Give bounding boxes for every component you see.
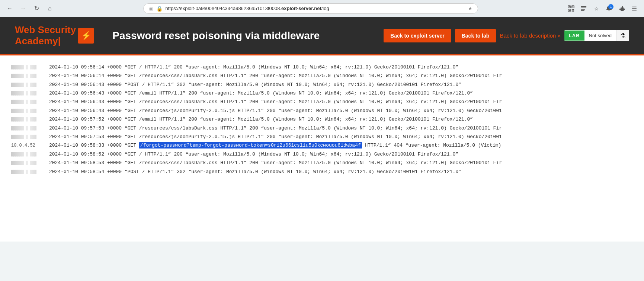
log-ip: ██████ █ ███ <box>11 116 45 124</box>
extensions-button[interactable] <box>616 3 627 14</box>
log-text: 2024-01-10 09:58:53 +0000 “GET /resource… <box>49 159 633 167</box>
log-ip: 10.0.4.52 <box>11 142 45 150</box>
log-text: 2024-01-10 09:56:43 +0000 “GET /email HT… <box>49 89 633 98</box>
log-line: ██████ █ ███2024-01-10 09:57:52 +0000 “G… <box>11 115 633 124</box>
log-line: ██████ █ ███2024-01-10 09:56:43 +0000 “G… <box>11 89 633 98</box>
log-text: 2024-01-10 09:57:52 +0000 “GET /email HT… <box>49 115 633 124</box>
log-line: ██████ █ ███2024-01-10 09:56:43 +0000 “G… <box>11 98 633 106</box>
address-bar[interactable]: ◉ 🔒 https://exploit-0a9e00e404c334a98623… <box>143 3 478 14</box>
log-ip: ██████ █ ███ <box>11 99 45 106</box>
home-button[interactable]: ⌂ <box>45 3 55 14</box>
header-actions: Back to exploit server Back to lab Back … <box>384 29 629 42</box>
log-ip: ██████ █ ███ <box>11 125 45 132</box>
svg-rect-8 <box>572 10 573 12</box>
lab-badge: LAB <box>564 31 584 41</box>
log-text: 2024-01-10 09:56:43 +0000 “POST / HTTP/1… <box>49 80 633 89</box>
log-text: 2024-01-10 09:58:54 +0000 “POST / HTTP/1… <box>49 167 633 176</box>
logo-icon: ⚡ <box>78 28 94 44</box>
log-text: 2024-01-10 09:56:14 +0000 “GET / HTTP/1.… <box>49 63 633 71</box>
notification-badge: 1 <box>608 4 613 9</box>
log-ip: ██████ █ ███ <box>11 160 45 167</box>
log-ip: ██████ █ ███ <box>11 82 45 89</box>
svg-rect-7 <box>573 9 574 10</box>
url-prefix: https://exploit-0a9e00e404c334a986236a51… <box>166 6 282 11</box>
lock-icon: 🔒 <box>156 6 163 12</box>
log-line: ██████ █ ███2024-01-10 09:56:43 +0000 “G… <box>11 106 633 115</box>
svg-rect-12 <box>581 9 585 9</box>
svg-rect-11 <box>581 7 586 8</box>
svg-rect-10 <box>581 6 586 7</box>
log-ip: ██████ █ ███ <box>11 134 45 141</box>
site-header: Web Security Academy| ⚡ Password reset p… <box>0 17 644 55</box>
log-text: 2024-01-10 09:58:33 +0000 “GET /forgot-p… <box>49 141 633 150</box>
log-line: ██████ █ ███2024-01-10 09:57:53 +0000 “G… <box>11 132 633 141</box>
log-line: ██████ █ ███2024-01-10 09:58:52 +0000 “G… <box>11 150 633 159</box>
log-ip: ██████ █ ███ <box>11 108 45 115</box>
logo-line1: Web Security <box>15 24 76 35</box>
log-text: 2024-01-10 09:56:43 +0000 “GET /resource… <box>49 98 633 106</box>
menu-button[interactable] <box>629 3 640 14</box>
log-text: 2024-01-10 09:56:14 +0000 “GET /resource… <box>49 71 633 80</box>
log-text: 2024-01-10 09:58:52 +0000 “GET / HTTP/1.… <box>49 150 633 159</box>
log-line: 10.0.4.522024-01-10 09:58:33 +0000 “GET … <box>11 141 633 150</box>
log-highlighted-token: /forgot-password?temp-forgot-password-to… <box>139 142 362 149</box>
browser-chrome: ← → ↻ ⌂ ◉ 🔒 https://exploit-0a9e00e404c3… <box>0 0 644 17</box>
lab-description-link[interactable]: Back to lab description » <box>500 32 560 39</box>
log-lines: ██████ █ ███2024-01-10 09:56:14 +0000 “G… <box>11 63 633 176</box>
log-line: ██████ █ ███2024-01-10 09:56:14 +0000 “G… <box>11 71 633 80</box>
svg-rect-6 <box>572 9 573 10</box>
qr-button[interactable] <box>566 3 576 14</box>
flask-icon: ⚗ <box>620 32 625 39</box>
log-text: 2024-01-10 09:57:53 +0000 “GET /resource… <box>49 124 633 132</box>
url-domain: exploit-server.net <box>281 6 321 11</box>
log-ip: ██████ █ ███ <box>11 90 45 98</box>
logo-line2: Academy <box>15 35 58 47</box>
lab-badge-container: LAB Not solved ⚗ <box>564 30 629 41</box>
log-line: ██████ █ ███2024-01-10 09:56:43 +0000 “P… <box>11 80 633 89</box>
svg-rect-5 <box>569 10 570 11</box>
svg-rect-4 <box>573 6 574 7</box>
url-path: /log <box>321 6 329 11</box>
svg-rect-9 <box>573 10 574 12</box>
logo-text: Web Security Academy| <box>15 25 76 47</box>
log-line: ██████ █ ███2024-01-10 09:58:54 +0000 “P… <box>11 167 633 176</box>
header-title: Password reset poisoning via middleware <box>105 30 372 42</box>
reload-button[interactable]: ↻ <box>31 3 42 14</box>
lab-status: Not solved <box>584 31 616 41</box>
svg-rect-3 <box>569 6 570 7</box>
shield-icon: ◉ <box>149 6 153 12</box>
bolt-icon: ⚡ <box>81 31 91 41</box>
reader-mode-button[interactable] <box>579 3 589 14</box>
log-ip: ██████ █ ███ <box>11 73 45 80</box>
logo-area: Web Security Academy| ⚡ <box>15 25 94 47</box>
log-line: ██████ █ ███2024-01-10 09:57:53 +0000 “G… <box>11 124 633 132</box>
log-ip: ██████ █ ███ <box>11 151 45 159</box>
log-container: ██████ █ ███2024-01-10 09:56:14 +0000 “G… <box>0 55 644 242</box>
forward-button[interactable]: → <box>18 3 28 14</box>
browser-actions: ☆ 1 <box>566 3 640 14</box>
log-ip: ██████ █ ███ <box>11 169 45 176</box>
svg-rect-13 <box>581 10 584 11</box>
back-button[interactable]: ← <box>4 3 15 14</box>
url-text: https://exploit-0a9e00e404c334a986236a51… <box>166 6 465 11</box>
log-line: ██████ █ ███2024-01-10 09:56:14 +0000 “G… <box>11 63 633 71</box>
log-ip: ██████ █ ███ <box>11 64 45 71</box>
log-text: 2024-01-10 09:57:53 +0000 “GET /resource… <box>49 132 633 141</box>
address-bar-wrapper: ◉ 🔒 https://exploit-0a9e00e404c334a98623… <box>58 3 563 14</box>
notification-button[interactable]: 1 <box>604 3 614 14</box>
log-line: ██████ █ ███2024-01-10 09:58:53 +0000 “G… <box>11 159 633 167</box>
star-button[interactable]: ☆ <box>591 3 602 14</box>
log-text: 2024-01-10 09:56:43 +0000 “GET /resource… <box>49 106 633 115</box>
back-to-lab-button[interactable]: Back to lab <box>455 29 496 42</box>
back-to-exploit-server-button[interactable]: Back to exploit server <box>384 29 451 42</box>
lab-flask-button[interactable]: ⚗ <box>616 30 629 41</box>
bookmark-icon[interactable]: ★ <box>468 6 472 11</box>
